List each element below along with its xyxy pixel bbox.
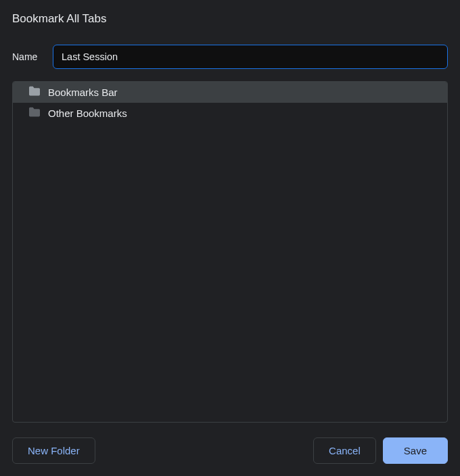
folder-item-bookmarks-bar[interactable]: Bookmarks Bar — [13, 82, 447, 103]
dialog-title: Bookmark All Tabs — [12, 12, 448, 26]
folder-icon — [28, 86, 41, 99]
save-button[interactable]: Save — [383, 437, 448, 464]
folder-label: Other Bookmarks — [48, 108, 127, 119]
bookmark-name-input[interactable] — [53, 45, 448, 69]
new-folder-button[interactable]: New Folder — [12, 437, 95, 464]
folder-item-other-bookmarks[interactable]: Other Bookmarks — [13, 103, 447, 124]
folder-tree[interactable]: Bookmarks Bar Other Bookmarks — [12, 81, 448, 423]
name-label: Name — [12, 51, 41, 62]
folder-label: Bookmarks Bar — [48, 87, 118, 98]
name-row: Name — [12, 45, 448, 69]
cancel-button[interactable]: Cancel — [313, 437, 376, 464]
bookmark-all-tabs-dialog: Bookmark All Tabs Name Bookmarks Bar Oth… — [0, 0, 460, 476]
folder-icon — [28, 107, 41, 120]
dialog-button-row: New Folder Cancel Save — [12, 437, 448, 464]
